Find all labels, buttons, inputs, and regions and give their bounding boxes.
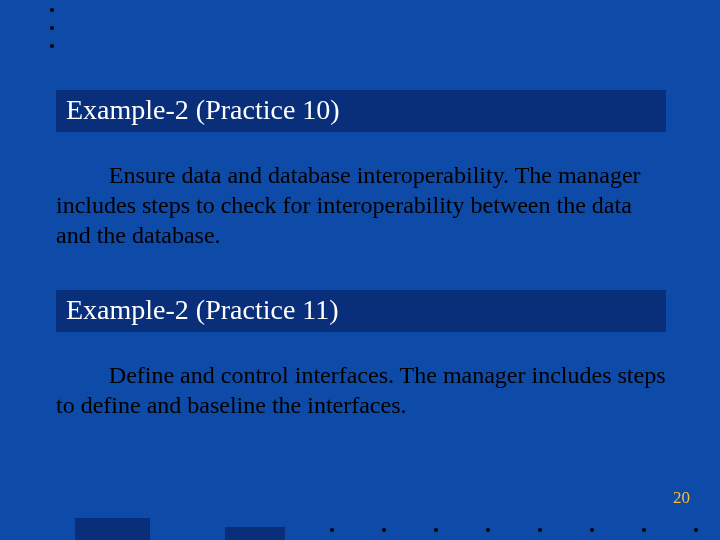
dot (50, 44, 54, 48)
section-body-2: Define and control interfaces. The manag… (56, 360, 666, 420)
footer-square (225, 527, 285, 540)
dot (486, 528, 490, 532)
decorative-dots-bottom (330, 528, 698, 532)
dot (330, 528, 334, 532)
dot (50, 26, 54, 30)
dot (590, 528, 594, 532)
footer-square (75, 518, 150, 540)
dot (382, 528, 386, 532)
dot (642, 528, 646, 532)
heading-text: Example-2 (Practice 10) (66, 94, 340, 125)
footer-decoration (0, 518, 720, 540)
dot (50, 8, 54, 12)
heading-text: Example-2 (Practice 11) (66, 294, 339, 325)
decorative-dots-top (50, 8, 54, 48)
section-body-1: Ensure data and database interoperabilit… (56, 160, 666, 250)
page-number: 20 (673, 488, 690, 508)
dot (538, 528, 542, 532)
section-heading-2: Example-2 (Practice 11) (56, 290, 666, 332)
body-text: Define and control interfaces. The manag… (56, 360, 666, 420)
dot (694, 528, 698, 532)
dot (434, 528, 438, 532)
body-text: Ensure data and database interoperabilit… (56, 160, 666, 250)
section-heading-1: Example-2 (Practice 10) (56, 90, 666, 132)
